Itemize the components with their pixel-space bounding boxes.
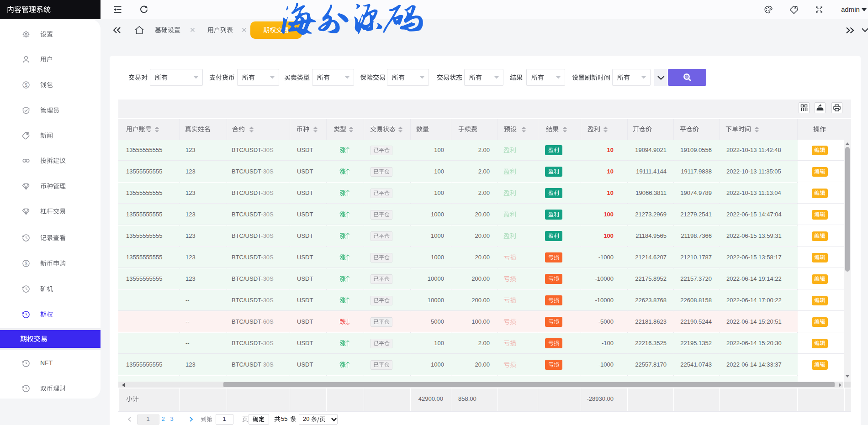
svg-text:$: $ [25,83,27,88]
